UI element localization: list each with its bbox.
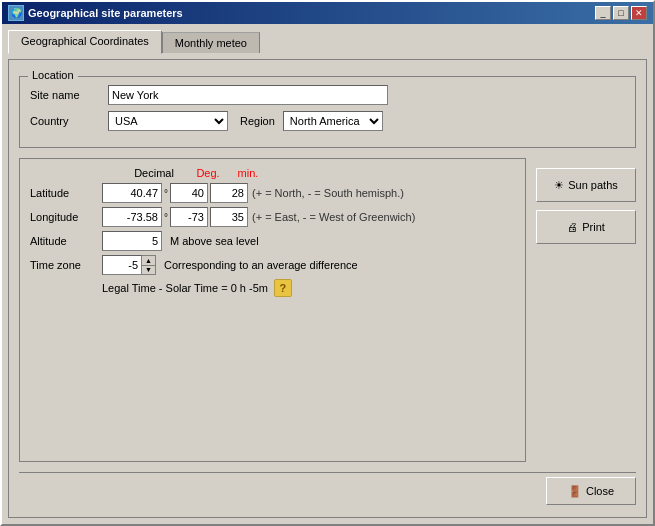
coordinates-box: Decimal Deg. min. Latitude ° (+ = North,… (19, 158, 526, 462)
longitude-deg-input[interactable] (170, 207, 208, 227)
side-buttons: ☀ Sun paths 🖨 Print (536, 158, 636, 462)
print-button[interactable]: 🖨 Print (536, 210, 636, 244)
main-section: Decimal Deg. min. Latitude ° (+ = North,… (19, 158, 636, 462)
timezone-note: Corresponding to an average difference (164, 259, 358, 271)
latitude-symbol: ° (164, 188, 168, 199)
country-label: Country (30, 115, 100, 127)
timezone-increment-button[interactable]: ▲ (142, 256, 155, 266)
close-window-button[interactable]: 🚪 Close (546, 477, 636, 505)
coords-headers: Decimal Deg. min. (30, 167, 515, 179)
bottom-bar: 🚪 Close (19, 472, 636, 507)
close-window-icon: 🚪 (568, 485, 582, 498)
country-select[interactable]: USA (108, 111, 228, 131)
latitude-row: Latitude ° (+ = North, - = South hemisph… (30, 183, 515, 203)
decimal-header: Decimal (120, 167, 188, 179)
longitude-symbol: ° (164, 212, 168, 223)
site-name-input[interactable] (108, 85, 388, 105)
title-buttons: _ □ ✕ (595, 6, 647, 20)
timezone-decrement-button[interactable]: ▼ (142, 266, 155, 275)
timezone-spinner-buttons: ▲ ▼ (142, 255, 156, 275)
title-bar-left: 🌍 Geographical site parameters (8, 5, 183, 21)
timezone-spinner: ▲ ▼ (102, 255, 156, 275)
help-button[interactable]: ? (274, 279, 292, 297)
latitude-deg-input[interactable] (170, 183, 208, 203)
altitude-input[interactable] (102, 231, 162, 251)
window-icon: 🌍 (8, 5, 24, 21)
longitude-row: Longitude ° (+ = East, - = West of Green… (30, 207, 515, 227)
tabs-container: Geographical Coordinates Monthly meteo (8, 30, 647, 53)
latitude-label: Latitude (30, 187, 102, 199)
longitude-label: Longitude (30, 211, 102, 223)
maximize-button[interactable]: □ (613, 6, 629, 20)
tab-monthly-meteo[interactable]: Monthly meteo (162, 32, 260, 53)
timezone-input[interactable] (102, 255, 142, 275)
timezone-label: Time zone (30, 259, 102, 271)
timezone-row: Time zone ▲ ▼ Corresponding to an averag… (30, 255, 515, 275)
latitude-min-input[interactable] (210, 183, 248, 203)
altitude-note: M above sea level (170, 235, 259, 247)
location-group: Location Site name Country USA Region No… (19, 76, 636, 148)
tab-geographical-coordinates[interactable]: Geographical Coordinates (8, 30, 162, 54)
legal-time-text: Legal Time - Solar Time = 0 h -5m (102, 282, 268, 294)
latitude-note: (+ = North, - = South hemisph.) (252, 187, 404, 199)
longitude-min-input[interactable] (210, 207, 248, 227)
window-body: Geographical Coordinates Monthly meteo L… (2, 24, 653, 524)
window-title: Geographical site parameters (28, 7, 183, 19)
print-icon: 🖨 (567, 221, 578, 233)
deg-header: Deg. (188, 167, 228, 179)
close-title-button[interactable]: ✕ (631, 6, 647, 20)
altitude-row: Altitude M above sea level (30, 231, 515, 251)
min-header: min. (228, 167, 268, 179)
altitude-label: Altitude (30, 235, 102, 247)
minimize-button[interactable]: _ (595, 6, 611, 20)
main-window: 🌍 Geographical site parameters _ □ ✕ Geo… (0, 0, 655, 526)
country-row: Country USA Region North America (30, 111, 625, 131)
location-group-title: Location (28, 69, 78, 81)
region-select[interactable]: North America (283, 111, 383, 131)
sun-paths-button[interactable]: ☀ Sun paths (536, 168, 636, 202)
sun-icon: ☀ (554, 179, 564, 192)
tab-content: Location Site name Country USA Region No… (8, 59, 647, 518)
longitude-note: (+ = East, - = West of Greenwich) (252, 211, 415, 223)
longitude-decimal-input[interactable] (102, 207, 162, 227)
site-name-label: Site name (30, 89, 100, 101)
title-bar: 🌍 Geographical site parameters _ □ ✕ (2, 2, 653, 24)
legal-time-row: Legal Time - Solar Time = 0 h -5m ? (30, 279, 515, 297)
site-name-row: Site name (30, 85, 625, 105)
latitude-decimal-input[interactable] (102, 183, 162, 203)
region-label: Region (240, 115, 275, 127)
